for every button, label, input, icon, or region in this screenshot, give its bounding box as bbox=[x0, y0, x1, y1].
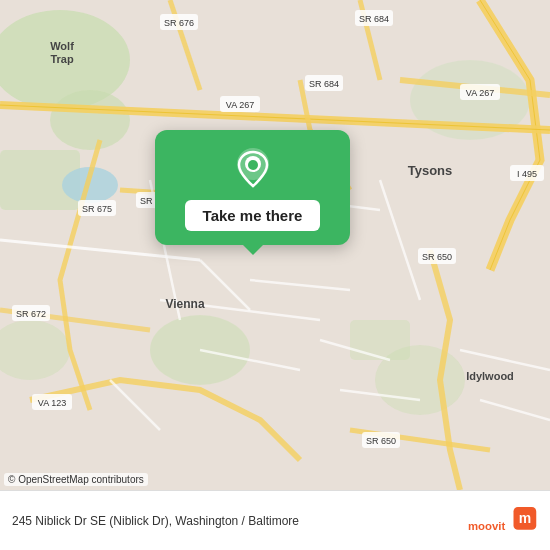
svg-text:VA 267: VA 267 bbox=[226, 100, 254, 110]
svg-text:Vienna: Vienna bbox=[165, 297, 204, 311]
svg-rect-8 bbox=[350, 320, 410, 360]
svg-text:I 495: I 495 bbox=[517, 169, 537, 179]
svg-text:SR 650: SR 650 bbox=[366, 436, 396, 446]
svg-text:Trap: Trap bbox=[50, 53, 74, 65]
map-svg: SR 676 SR 684 VA 267 VA 267 SR 684 I 495… bbox=[0, 0, 550, 490]
map-container: SR 676 SR 684 VA 267 VA 267 SR 684 I 495… bbox=[0, 0, 550, 490]
svg-text:moovit: moovit bbox=[468, 519, 505, 531]
osm-attribution: © OpenStreetMap contributors bbox=[4, 473, 148, 486]
svg-point-2 bbox=[50, 90, 130, 150]
svg-text:SR 650: SR 650 bbox=[422, 252, 452, 262]
take-me-there-button[interactable]: Take me there bbox=[185, 200, 321, 231]
moovit-logo: m moovit bbox=[468, 503, 538, 539]
svg-text:SR 672: SR 672 bbox=[16, 309, 46, 319]
svg-text:SR 675: SR 675 bbox=[82, 204, 112, 214]
location-pin-icon bbox=[231, 146, 275, 190]
svg-text:SR 684: SR 684 bbox=[309, 79, 339, 89]
svg-text:SR 676: SR 676 bbox=[164, 18, 194, 28]
svg-text:m: m bbox=[519, 509, 531, 525]
footer: 245 Niblick Dr SE (Niblick Dr), Washingt… bbox=[0, 490, 550, 550]
popup-card: Take me there bbox=[155, 130, 350, 245]
svg-point-60 bbox=[248, 160, 258, 170]
svg-text:Tysons: Tysons bbox=[408, 163, 453, 178]
svg-text:VA 267: VA 267 bbox=[466, 88, 494, 98]
svg-text:Wolf: Wolf bbox=[50, 40, 74, 52]
svg-text:SR 684: SR 684 bbox=[359, 14, 389, 24]
svg-text:VA 123: VA 123 bbox=[38, 398, 66, 408]
svg-text:Idylwood: Idylwood bbox=[466, 370, 514, 382]
footer-address: 245 Niblick Dr SE (Niblick Dr), Washingt… bbox=[12, 514, 468, 528]
